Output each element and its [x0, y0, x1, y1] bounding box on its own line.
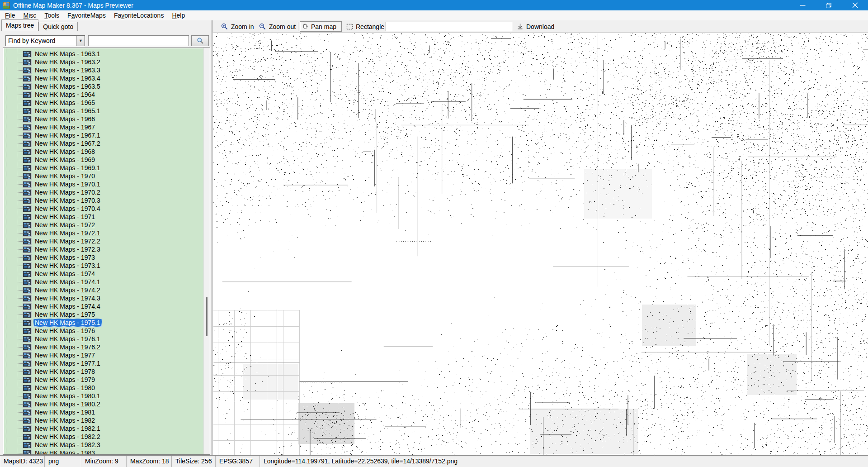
- map-thumbnail-icon: [23, 254, 32, 261]
- tree-item[interactable]: New HK Maps - 1974.4: [4, 302, 205, 310]
- tree-item[interactable]: New HK Maps - 1964: [4, 91, 205, 99]
- tree-item[interactable]: New HK Maps - 1972.1: [4, 229, 205, 237]
- tree-item[interactable]: New HK Maps - 1972.3: [4, 245, 205, 253]
- minimize-button[interactable]: [789, 0, 816, 10]
- tree-item[interactable]: New HK Maps - 1982.1: [4, 424, 205, 433]
- menu-misc[interactable]: Misc: [19, 11, 41, 20]
- tree-item-label: New HK Maps - 1967.1: [33, 131, 102, 139]
- tree-item[interactable]: New HK Maps - 1982.2: [4, 433, 205, 441]
- tree-item[interactable]: New HK Maps - 1973.1: [4, 262, 205, 270]
- tree-item[interactable]: New HK Maps - 1974.2: [4, 286, 205, 294]
- tree-item[interactable]: New HK Maps - 1979: [4, 376, 205, 384]
- tree-item[interactable]: New HK Maps - 1977: [4, 351, 205, 359]
- left-panel: Maps treeQuick goto Find by Keyword ▼: [0, 20, 212, 455]
- menu-help[interactable]: Help: [168, 11, 189, 20]
- tree-item[interactable]: New HK Maps - 1969.1: [4, 164, 205, 172]
- zoom-in-button[interactable]: Zoom in: [219, 21, 256, 32]
- tree-item[interactable]: New HK Maps - 1983: [4, 449, 205, 455]
- tree-item-label: New HK Maps - 1973: [33, 253, 96, 262]
- zoom-out-icon: [259, 23, 266, 30]
- menu-favoritelocations[interactable]: FavoriteLocations: [110, 11, 168, 20]
- tree-item-label: New HK Maps - 1963.5: [33, 82, 102, 91]
- find-mode-combobox[interactable]: Find by Keyword ▼: [5, 35, 85, 46]
- zoom-out-button[interactable]: Zoom out: [257, 21, 298, 32]
- tree-item[interactable]: New HK Maps - 1965: [4, 99, 205, 107]
- tree-item[interactable]: New HK Maps - 1970: [4, 172, 205, 180]
- status-segment-6: EPSG:3857: [216, 456, 260, 467]
- tree-item[interactable]: New HK Maps - 1970.4: [4, 205, 205, 213]
- tree-stub-line: [17, 396, 24, 396]
- tree-item[interactable]: New HK Maps - 1963.1: [4, 50, 205, 58]
- tree-item-label: New HK Maps - 1966: [33, 115, 96, 123]
- restore-button[interactable]: [816, 0, 842, 10]
- tree-item[interactable]: New HK Maps - 1969: [4, 156, 205, 164]
- tree-item[interactable]: New HK Maps - 1963.3: [4, 66, 205, 74]
- tree-item[interactable]: New HK Maps - 1982: [4, 416, 205, 424]
- tree-item[interactable]: New HK Maps - 1980: [4, 384, 205, 392]
- tree-item[interactable]: New HK Maps - 1965.1: [4, 107, 205, 115]
- tree-item[interactable]: New HK Maps - 1973: [4, 253, 205, 262]
- tree-item[interactable]: New HK Maps - 1977.1: [4, 359, 205, 367]
- map-thumbnail-icon: [23, 222, 32, 229]
- tree-item[interactable]: New HK Maps - 1976: [4, 327, 205, 335]
- search-button[interactable]: [191, 35, 209, 46]
- tree-item[interactable]: New HK Maps - 1974.3: [4, 294, 205, 302]
- map-thumbnail-icon: [23, 393, 32, 400]
- download-button[interactable]: Download: [514, 21, 557, 32]
- pan-map-button[interactable]: Pan map: [300, 21, 342, 32]
- menu-favoritemaps[interactable]: FavoriteMaps: [63, 11, 110, 20]
- tree-item[interactable]: New HK Maps - 1975.1: [4, 319, 205, 327]
- toolbar-input[interactable]: [386, 22, 512, 31]
- tree-item[interactable]: New HK Maps - 1971: [4, 213, 205, 221]
- tree-stub-line: [17, 282, 24, 282]
- tree-item[interactable]: New HK Maps - 1980.1: [4, 392, 205, 400]
- tree-item[interactable]: New HK Maps - 1974: [4, 270, 205, 278]
- map-thumbnail-icon: [23, 287, 32, 294]
- tree-item[interactable]: New HK Maps - 1980.2: [4, 400, 205, 408]
- pan-map-label: Pan map: [311, 23, 336, 30]
- download-label: Download: [526, 23, 554, 30]
- tree-item[interactable]: New HK Maps - 1970.3: [4, 196, 205, 205]
- map-canvas[interactable]: [213, 33, 868, 455]
- map-thumbnail-icon: [23, 51, 32, 57]
- map-thumbnail-icon: [23, 132, 32, 139]
- tree-item[interactable]: New HK Maps - 1982.3: [4, 441, 205, 449]
- close-button[interactable]: [842, 0, 868, 10]
- tree-item-label: New HK Maps - 1974.2: [33, 286, 102, 294]
- menu-file[interactable]: File: [1, 11, 19, 20]
- tree-item-label: New HK Maps - 1978: [33, 367, 96, 376]
- tree-scrollbar-thumb[interactable]: [206, 297, 208, 336]
- tree-item[interactable]: New HK Maps - 1976.2: [4, 343, 205, 351]
- tree-item[interactable]: New HK Maps - 1981: [4, 408, 205, 416]
- tree-item-label: New HK Maps - 1970.1: [33, 180, 102, 188]
- tree-item[interactable]: New HK Maps - 1963.5: [4, 82, 205, 91]
- zoom-in-label: Zoom in: [231, 23, 254, 30]
- tree-item[interactable]: New HK Maps - 1974.1: [4, 278, 205, 286]
- tree-item[interactable]: New HK Maps - 1966: [4, 115, 205, 123]
- tree-item-label: New HK Maps - 1976.2: [33, 343, 102, 351]
- tree-scrollbar[interactable]: [203, 48, 210, 454]
- tree-item[interactable]: New HK Maps - 1967: [4, 123, 205, 131]
- tree-item[interactable]: New HK Maps - 1968: [4, 148, 205, 156]
- tree-item[interactable]: New HK Maps - 1963.2: [4, 58, 205, 66]
- tree-item[interactable]: New HK Maps - 1970.2: [4, 188, 205, 196]
- tree-item-label: New HK Maps - 1982.2: [33, 433, 102, 441]
- chevron-down-icon[interactable]: ▼: [76, 36, 85, 46]
- rectangle-button[interactable]: Rectangle: [344, 21, 387, 32]
- tree-item[interactable]: New HK Maps - 1978: [4, 367, 205, 376]
- menu-tools[interactable]: Tools: [40, 11, 63, 20]
- tree-item[interactable]: New HK Maps - 1975: [4, 310, 205, 319]
- tree-item[interactable]: New HK Maps - 1972.2: [4, 237, 205, 245]
- tab-maps-tree[interactable]: Maps tree: [1, 19, 38, 31]
- tree-item[interactable]: New HK Maps - 1976.1: [4, 335, 205, 343]
- search-input[interactable]: [88, 35, 189, 46]
- search-row: Find by Keyword ▼: [0, 35, 212, 47]
- tree-item[interactable]: New HK Maps - 1967.2: [4, 139, 205, 148]
- tree-item[interactable]: New HK Maps - 1970.1: [4, 180, 205, 188]
- tree-item[interactable]: New HK Maps - 1972: [4, 221, 205, 229]
- map-thumbnail-icon: [23, 450, 32, 455]
- tree-item-label: New HK Maps - 1982.1: [33, 424, 102, 433]
- tree-item[interactable]: New HK Maps - 1967.1: [4, 131, 205, 139]
- tab-quick-goto[interactable]: Quick goto: [38, 22, 78, 31]
- tree-item[interactable]: New HK Maps - 1963.4: [4, 74, 205, 82]
